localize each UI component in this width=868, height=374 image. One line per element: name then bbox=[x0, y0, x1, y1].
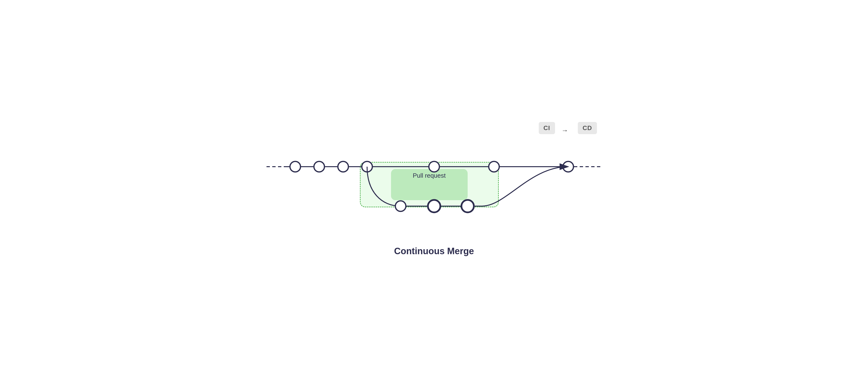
svg-point-13 bbox=[461, 200, 474, 212]
svg-point-5 bbox=[338, 161, 348, 172]
diagram-title: Continuous Merge bbox=[394, 246, 474, 257]
diagram-container: CI → CD Pull request bbox=[267, 115, 602, 259]
svg-point-4 bbox=[314, 161, 324, 172]
svg-point-7 bbox=[429, 161, 439, 172]
diagram-svg bbox=[267, 115, 602, 259]
svg-point-8 bbox=[489, 161, 499, 172]
svg-point-12 bbox=[428, 200, 440, 212]
svg-point-3 bbox=[290, 161, 301, 172]
svg-point-11 bbox=[395, 201, 406, 211]
